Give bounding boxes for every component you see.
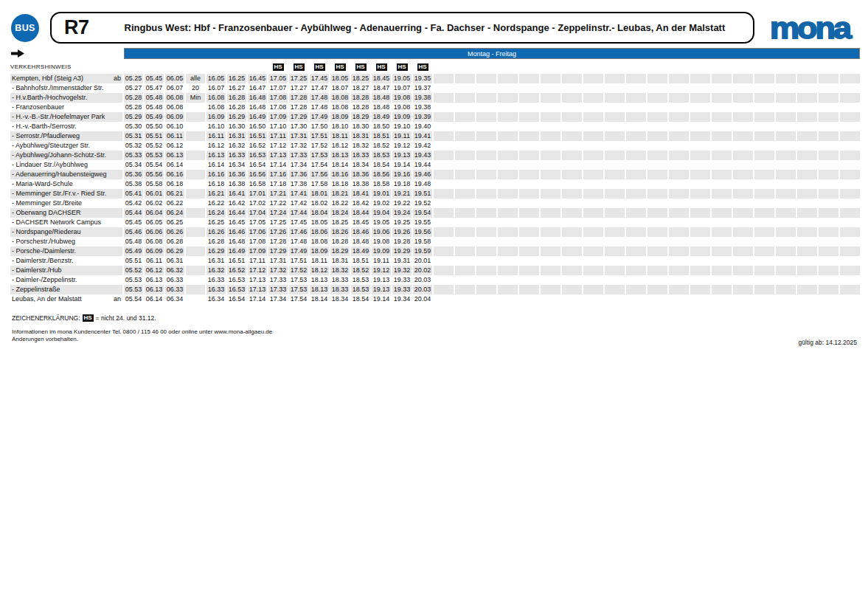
time-cell: 20.03: [413, 285, 432, 294]
empty-cell: [712, 199, 732, 208]
time-cell: 05.36: [124, 170, 143, 179]
empty-cell: [733, 151, 753, 160]
hs-badge: HS: [355, 63, 367, 71]
empty-cell: [797, 179, 817, 189]
empty-cell: [541, 179, 560, 189]
empty-cell: [455, 103, 475, 112]
empty-cell: [669, 112, 689, 122]
empty-cell: [476, 199, 496, 208]
empty-cell: [754, 266, 774, 275]
time-cell: 05.53: [145, 151, 164, 160]
empty-cell: [498, 83, 518, 93]
empty-cell: [776, 256, 796, 266]
empty-cell: [819, 199, 839, 208]
time-cell: 16.16: [206, 170, 226, 179]
time-cell: 19.24: [392, 208, 412, 218]
empty-cell: [776, 170, 796, 179]
empty-cell: [434, 294, 454, 304]
empty-cell: [626, 237, 646, 246]
empty-cell: [541, 218, 560, 227]
empty-cell: [712, 141, 732, 151]
time-cell: 06.07: [165, 83, 184, 93]
empty-cell: [669, 122, 689, 131]
time-cell: 05.32: [124, 141, 143, 151]
empty-cell: [583, 141, 603, 151]
empty-cell: [626, 218, 646, 227]
empty-cell: [797, 237, 817, 246]
empty-cell: [562, 179, 582, 189]
empty-cell: [562, 294, 582, 304]
arrival-departure-marker: an: [114, 294, 121, 304]
empty-cell: [626, 170, 646, 179]
time-cell: 06.21: [165, 189, 184, 199]
empty-cell: [776, 199, 796, 208]
time-cell: 17.28: [289, 103, 308, 112]
empty-cell: [797, 141, 817, 151]
empty-cell: [669, 93, 689, 103]
table-row: - Adenauerring/Haubensteigweg05.3605.560…: [10, 170, 861, 179]
time-cell: 17.13: [268, 151, 288, 160]
stop-name-cell: - H.-v.-B.-Str./Hoefelmayer Park: [10, 112, 122, 122]
empty-cell: [626, 227, 646, 237]
empty-cell: [541, 208, 560, 218]
empty-cell: [669, 179, 689, 189]
empty-cell: [647, 141, 667, 151]
empty-cell: [712, 294, 732, 304]
empty-cell: [797, 266, 817, 275]
empty-cell: [562, 131, 582, 141]
empty-cell: [541, 199, 560, 208]
time-cell: 16.46: [227, 227, 246, 237]
empty-cell: [626, 246, 646, 256]
empty-cell: [647, 218, 667, 227]
empty-cell: [647, 256, 667, 266]
empty-cell: [712, 122, 732, 131]
empty-cell: [583, 122, 603, 131]
time-cell: 05.46: [124, 227, 143, 237]
empty-cell: [669, 285, 689, 294]
time-cell: 18.34: [330, 294, 350, 304]
empty-cell: [797, 122, 817, 131]
empty-cell: [754, 208, 774, 218]
frequency-note-cell: [186, 218, 205, 227]
empty-cell: [476, 74, 496, 83]
empty-cell: [583, 294, 603, 304]
stop-name-cell: - Lindauer Str./Aybühlweg: [10, 160, 122, 170]
empty-cell: [476, 294, 496, 304]
stop-name-cell: Leubas, An der Malstattan: [10, 294, 122, 304]
time-cell: 19.11: [392, 131, 412, 141]
time-cell: 16.48: [248, 103, 267, 112]
time-cell: 18.33: [330, 275, 350, 285]
time-cell: 18.14: [330, 160, 350, 170]
empty-cell: [647, 112, 667, 122]
empty-cell: [541, 103, 560, 112]
empty-cell: [819, 122, 839, 131]
empty-cell: [605, 246, 625, 256]
timetable-body: Kempten, Hbf (Steig A3)ab05.2505.4506.05…: [10, 74, 861, 304]
time-cell: 17.09: [248, 246, 267, 256]
time-cell: 18.48: [351, 237, 370, 246]
empty-cell: [840, 112, 860, 122]
empty-cell: [541, 141, 560, 151]
empty-cell: [541, 112, 560, 122]
empty-cell: [690, 74, 710, 83]
time-cell: 05.52: [145, 141, 164, 151]
time-cell: 17.27: [289, 83, 308, 93]
empty-cell: [455, 131, 475, 141]
time-cell: 16.38: [227, 179, 246, 189]
empty-cell: [583, 218, 603, 227]
time-cell: 19.40: [413, 122, 432, 131]
empty-cell: [562, 256, 582, 266]
time-cell: 18.13: [330, 151, 350, 160]
time-cell: 06.14: [145, 294, 164, 304]
time-cell: 17.58: [310, 179, 329, 189]
time-cell: 17.09: [268, 112, 288, 122]
time-cell: 17.51: [310, 131, 329, 141]
time-cell: 06.26: [165, 227, 184, 237]
time-cell: 18.12: [330, 141, 350, 151]
stop-name: - Aybühlweg/Johann-Schütz-Str.: [12, 151, 106, 160]
empty-cell: [776, 112, 796, 122]
time-cell: 18.28: [351, 93, 370, 103]
empty-cell: [583, 103, 603, 112]
time-cell: 17.25: [268, 218, 288, 227]
empty-cell: [776, 294, 796, 304]
